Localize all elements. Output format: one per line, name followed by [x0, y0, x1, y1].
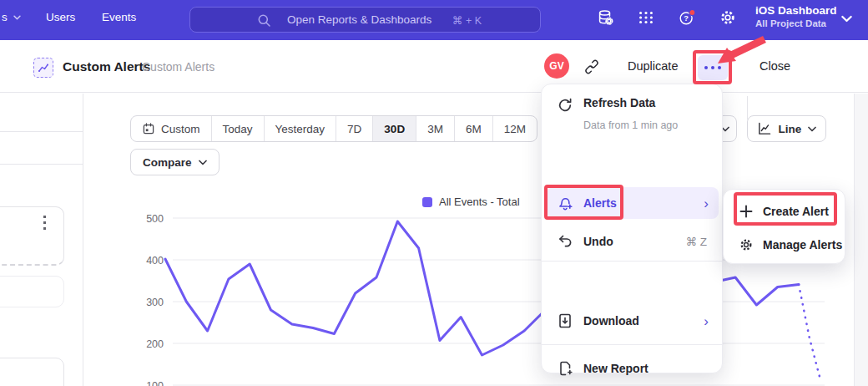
svg-text:300: 300 [146, 297, 164, 308]
line-chart-icon [757, 121, 772, 136]
svg-text:400: 400 [146, 255, 164, 267]
left-panel-divider [83, 94, 83, 386]
compare-button[interactable]: Compare [130, 149, 220, 175]
report-header: Custom Alerts Custom Alerts GV Duplicate… [0, 40, 868, 93]
more-options-button[interactable] [698, 55, 728, 80]
nav-item-partial[interactable]: s [2, 11, 21, 23]
notification-dot [689, 10, 695, 16]
calendar-icon [142, 122, 155, 135]
range-7d[interactable]: 7D [336, 116, 373, 141]
menu-item-new-report[interactable]: New Report [547, 353, 719, 383]
gear-icon [739, 237, 754, 252]
apps-grid-icon[interactable] [637, 8, 655, 28]
menu-item-download[interactable]: Download › [547, 306, 719, 336]
submenu-item-create-alert[interactable]: Create Alert [729, 196, 841, 226]
report-icon [33, 58, 53, 78]
left-card[interactable] [0, 206, 64, 266]
chart-legend: All Events - Total [422, 196, 520, 208]
kebab-menu-icon[interactable] [43, 216, 46, 230]
chevron-down-icon [841, 15, 852, 23]
project-name: iOS Dashboard [755, 4, 837, 17]
chart-type-button[interactable]: Line [747, 115, 826, 142]
svg-text:?: ? [684, 14, 689, 23]
chevron-down-icon [13, 15, 21, 20]
menu-item-undo[interactable]: Undo ⌘ Z [547, 226, 719, 256]
report-options-menu: Refresh Data Data from 1 min ago Undo ⌘ … [541, 84, 723, 373]
avatar[interactable]: GV [544, 53, 569, 79]
data-connections-icon[interactable] [596, 8, 614, 28]
left-card[interactable] [0, 358, 64, 386]
menu-label: Download [583, 314, 639, 328]
search-icon [257, 13, 271, 28]
range-30d-active[interactable]: 30D [373, 116, 416, 141]
range-6m[interactable]: 6M [455, 116, 493, 141]
menu-divider [542, 344, 724, 345]
plus-icon [739, 204, 754, 219]
breadcrumb: Custom Alerts [142, 60, 214, 74]
duplicate-button[interactable]: Duplicate [628, 59, 678, 73]
legend-swatch [422, 197, 432, 207]
range-label: Custom [161, 123, 200, 135]
top-navbar: s Users Events Open Reports & Dashboards… [0, 0, 868, 40]
menu-label: Alerts [583, 196, 617, 210]
chevron-down-icon [808, 126, 816, 132]
page-title: Custom Alerts [63, 59, 150, 74]
submenu-label: Create Alert [763, 205, 829, 218]
menu-label: Refresh Data [583, 96, 655, 109]
page-gutter [854, 94, 868, 386]
submenu-item-manage-alerts[interactable]: Manage Alerts [729, 230, 841, 260]
range-today[interactable]: Today [212, 116, 265, 141]
chevron-down-icon [199, 160, 207, 165]
close-button[interactable]: Close [760, 59, 790, 73]
chevron-right-icon: › [704, 314, 709, 328]
nav-item-events[interactable]: Events [102, 11, 136, 23]
svg-text:200: 200 [146, 338, 164, 350]
legend-label: All Events - Total [439, 196, 520, 208]
search-placeholder: Open Reports & Dashboards [287, 13, 431, 26]
share-link-icon[interactable] [583, 58, 600, 75]
navbar-icon-group: ? [596, 8, 737, 28]
bell-plus-icon [557, 195, 573, 211]
menu-item-alerts[interactable]: Alerts › [547, 187, 719, 219]
menu-divider [542, 261, 724, 262]
menu-item-refresh-data[interactable]: Refresh Data Data from 1 min ago [547, 94, 719, 131]
menu-shortcut: ⌘ Z [686, 235, 708, 248]
chevron-right-icon: › [704, 196, 709, 211]
compare-label: Compare [143, 156, 192, 169]
menu-label: New Report [583, 362, 648, 375]
undo-icon [557, 233, 573, 250]
range-12m[interactable]: 12M [493, 116, 537, 141]
menu-label: Undo [583, 235, 613, 248]
search-shortcut: ⌘ + K [452, 14, 482, 27]
project-scope: All Project Data [755, 18, 837, 28]
left-card[interactable] [0, 276, 64, 307]
header-divider [747, 96, 748, 119]
range-yesterday[interactable]: Yesterday [265, 116, 337, 141]
range-custom[interactable]: Custom [131, 116, 212, 141]
new-document-icon [557, 360, 573, 377]
svg-text:100: 100 [146, 380, 164, 386]
refresh-icon [557, 97, 573, 114]
alerts-submenu: Create Alert Manage Alerts [723, 189, 845, 264]
left-row-divider [0, 164, 83, 165]
search-input[interactable]: Open Reports & Dashboards ⌘ + K [189, 7, 541, 33]
date-range-control: Custom Today Yesterday 7D 30D 3M 6M 12M [130, 115, 537, 142]
nav-partial-label: s [2, 11, 8, 23]
help-icon[interactable]: ? [678, 8, 696, 28]
screen: s Users Events Open Reports & Dashboards… [0, 0, 868, 386]
project-switcher[interactable]: iOS Dashboard All Project Data [755, 4, 837, 28]
nav-item-users[interactable]: Users [46, 11, 75, 23]
left-row-divider [0, 131, 83, 132]
svg-text:500: 500 [146, 213, 164, 225]
submenu-label: Manage Alerts [763, 238, 842, 251]
settings-gear-icon[interactable] [719, 8, 737, 28]
range-3m[interactable]: 3M [416, 116, 455, 141]
menu-subtitle: Data from 1 min ago [583, 119, 678, 131]
chart-type-label: Line [779, 123, 802, 135]
download-doc-icon [557, 312, 573, 329]
